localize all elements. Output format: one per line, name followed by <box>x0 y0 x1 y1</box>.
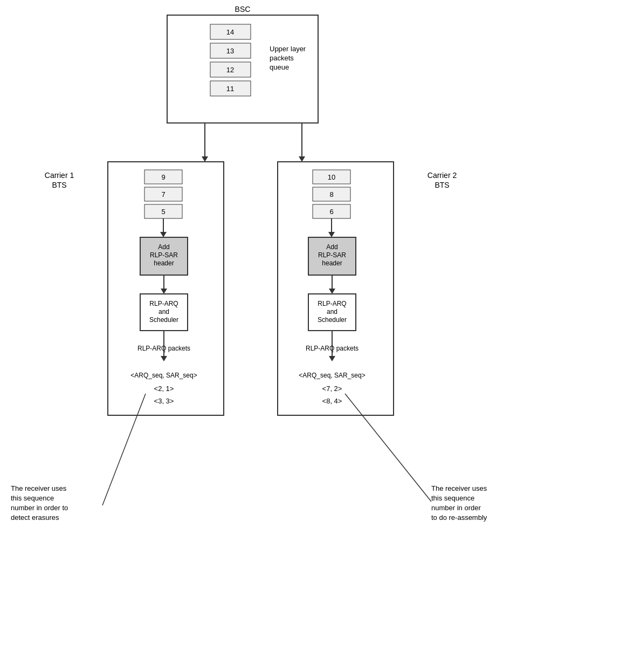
svg-text:Carrier 1: Carrier 1 <box>45 171 74 180</box>
svg-marker-39 <box>328 232 335 237</box>
svg-marker-16 <box>202 156 208 162</box>
svg-text:<ARQ_seq, SAR_seq>: <ARQ_seq, SAR_seq> <box>130 372 197 379</box>
svg-text:header: header <box>322 259 342 267</box>
svg-rect-34 <box>313 204 350 218</box>
svg-rect-44 <box>308 237 356 275</box>
svg-text:RLP-SAR: RLP-SAR <box>150 251 178 259</box>
svg-text:this sequence: this sequence <box>11 494 54 502</box>
svg-text:detect erasures: detect erasures <box>11 513 59 522</box>
diagram-container: 14 13 12 11 Upper layer packets queue BS… <box>0 0 641 672</box>
svg-text:BTS: BTS <box>435 181 449 189</box>
svg-text:10: 10 <box>328 173 335 181</box>
svg-rect-32 <box>313 187 350 201</box>
svg-rect-3 <box>210 43 251 58</box>
svg-marker-61 <box>161 356 167 361</box>
svg-text:<8, 4>: <8, 4> <box>322 397 342 405</box>
svg-text:to do re-assembly: to do re-assembly <box>431 513 487 522</box>
svg-text:Add: Add <box>326 243 337 251</box>
svg-text:Scheduler: Scheduler <box>318 316 347 324</box>
svg-text:Add: Add <box>158 243 169 251</box>
svg-rect-56 <box>308 294 356 331</box>
svg-line-80 <box>102 394 146 505</box>
svg-text:12: 12 <box>226 66 234 74</box>
svg-text:queue: queue <box>270 63 289 71</box>
svg-rect-1 <box>210 24 251 39</box>
svg-text:header: header <box>154 259 174 267</box>
svg-text:9: 9 <box>161 173 165 181</box>
svg-text:RLP-ARQ: RLP-ARQ <box>149 300 178 307</box>
svg-text:Scheduler: Scheduler <box>149 316 178 324</box>
svg-text:this sequence: this sequence <box>431 494 474 502</box>
svg-text:and: and <box>327 308 337 316</box>
svg-text:8: 8 <box>329 190 333 198</box>
svg-text:RLP-SAR: RLP-SAR <box>318 251 346 259</box>
svg-text:packets: packets <box>270 54 294 62</box>
svg-text:RLP-ARQ: RLP-ARQ <box>318 300 346 307</box>
svg-line-81 <box>345 394 431 502</box>
svg-marker-17 <box>299 156 305 162</box>
svg-rect-28 <box>144 204 182 218</box>
svg-rect-5 <box>210 62 251 77</box>
svg-marker-37 <box>160 232 167 237</box>
svg-text:BTS: BTS <box>52 181 66 189</box>
svg-marker-63 <box>329 356 335 361</box>
svg-text:number in order: number in order <box>431 504 481 512</box>
diagram-svg: 14 13 12 11 Upper layer packets queue BS… <box>0 0 641 672</box>
svg-rect-26 <box>144 187 182 201</box>
svg-text:6: 6 <box>329 208 333 216</box>
svg-text:and: and <box>158 308 169 316</box>
svg-text:5: 5 <box>161 208 165 216</box>
svg-text:11: 11 <box>226 85 234 93</box>
svg-text:Carrier 2: Carrier 2 <box>428 171 457 180</box>
svg-rect-18 <box>108 162 224 415</box>
svg-rect-24 <box>144 170 182 184</box>
svg-text:<7, 2>: <7, 2> <box>322 385 342 393</box>
svg-text:13: 13 <box>226 47 234 55</box>
svg-rect-21 <box>278 162 394 415</box>
svg-text:7: 7 <box>161 190 165 198</box>
svg-rect-0 <box>167 15 318 123</box>
svg-text:RLP-ARQ packets: RLP-ARQ packets <box>137 345 190 352</box>
svg-text:BSC: BSC <box>235 5 251 13</box>
svg-text:<3, 3>: <3, 3> <box>154 397 174 405</box>
svg-marker-51 <box>329 289 335 294</box>
svg-rect-7 <box>210 81 251 96</box>
svg-text:RLP-ARQ packets: RLP-ARQ packets <box>306 345 359 352</box>
svg-text:Upper layer: Upper layer <box>270 45 306 53</box>
svg-rect-40 <box>140 237 188 275</box>
svg-text:The receiver uses: The receiver uses <box>431 484 487 492</box>
svg-rect-52 <box>140 294 188 331</box>
svg-text:<ARQ_seq, SAR_seq>: <ARQ_seq, SAR_seq> <box>299 372 365 379</box>
svg-text:<2, 1>: <2, 1> <box>154 385 174 393</box>
svg-text:number in order to: number in order to <box>11 504 68 512</box>
svg-rect-30 <box>313 170 350 184</box>
svg-marker-49 <box>161 289 167 294</box>
svg-text:The receiver uses: The receiver uses <box>11 484 67 492</box>
svg-text:14: 14 <box>226 28 234 36</box>
